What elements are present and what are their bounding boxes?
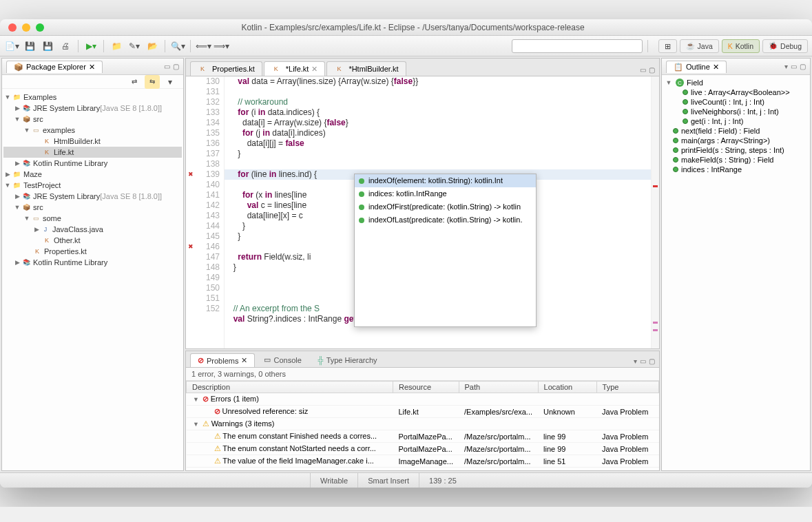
kotlin-runtime-library[interactable]: ▶📚Kotlin Runtime Library <box>3 257 182 268</box>
col-description[interactable]: Description <box>187 382 393 393</box>
view-menu-icon[interactable]: ▾ <box>634 357 637 365</box>
hierarchy-icon: ╬ <box>318 356 324 364</box>
error-marker-icon[interactable]: ✖ <box>186 169 196 180</box>
package-explorer-tab[interactable]: 📦 Package Explorer ✕ <box>6 61 103 73</box>
save-all-button[interactable]: 💾 <box>40 39 55 53</box>
perspective-java[interactable]: ☕Java <box>680 39 719 53</box>
outline-member[interactable]: get(i : Int, j : Int) <box>665 116 807 126</box>
outline-member[interactable]: indices : IntRange <box>665 165 807 174</box>
back-button[interactable]: ⟸▾ <box>196 39 211 53</box>
outline-member[interactable]: makeField(s : String) : Field <box>665 155 807 165</box>
run-button[interactable]: ▶▾ <box>83 39 98 53</box>
completion-item[interactable]: indexOfLast(predicate: (kotlin.String) -… <box>355 213 536 227</box>
outline-class[interactable]: ▼CField <box>665 78 807 87</box>
file-htmlbuilder[interactable]: KHtmlBuilder.kt <box>3 136 182 147</box>
file-properties[interactable]: KProperties.kt <box>3 246 182 257</box>
collapse-all-icon[interactable]: ⇄ <box>127 75 142 89</box>
status-insert: Smart Insert <box>357 473 419 488</box>
forward-button[interactable]: ⟹▾ <box>214 39 229 53</box>
package-explorer-tree[interactable]: ▼📁Examples ▶📚JRE System Library [Java SE… <box>2 89 183 470</box>
kotlin-runtime-library[interactable]: ▶📚Kotlin Runtime Library <box>3 158 182 169</box>
outline-tab[interactable]: 📋 Outline ✕ <box>666 61 727 73</box>
close-icon[interactable]: ✕ <box>311 65 317 74</box>
view-menu-icon[interactable]: ▾ <box>784 63 788 70</box>
maximize-icon[interactable]: ▢ <box>173 63 179 70</box>
col-location[interactable]: Location <box>538 382 596 393</box>
jre-library[interactable]: ▶📚JRE System Library [Java SE 8 [1.8.0]] <box>3 191 182 202</box>
problems-group-warnings[interactable]: ▼ ⚠ Warnings (3 items) <box>187 418 659 430</box>
open-type-button[interactable]: 📂 <box>145 39 160 53</box>
jre-library[interactable]: ▶📚JRE System Library [Java SE 8 [1.8.0]] <box>3 103 182 114</box>
project-examples[interactable]: ▼📁Examples <box>3 92 182 103</box>
editor-tabs: KProperties.kt K*Life.kt✕ K*HtmlBuilder.… <box>186 59 659 76</box>
minimize-icon[interactable]: ▭ <box>640 357 646 365</box>
minimize-icon[interactable]: ▭ <box>164 63 170 70</box>
outline-member[interactable]: liveCount(i : Int, j : Int) <box>665 97 807 107</box>
editor-tab-properties[interactable]: KProperties.kt <box>190 61 262 76</box>
new-button[interactable]: 📄▾ <box>4 39 19 53</box>
problems-group-errors[interactable]: ▼ ⊘ Errors (1 item) <box>187 393 659 406</box>
outline-member[interactable]: live : Array<Array<Boolean>> <box>665 87 807 97</box>
new-class-button[interactable]: ✎▾ <box>127 39 142 53</box>
minimize-icon[interactable]: ▭ <box>791 63 797 70</box>
outline-member[interactable]: printField(s : String, steps : Int) <box>665 145 807 155</box>
package-some[interactable]: ▼▭some <box>3 213 182 224</box>
new-package-button[interactable]: 📁 <box>109 39 124 53</box>
col-type[interactable]: Type <box>596 382 658 393</box>
completion-item[interactable]: indices: kotlin.IntRange <box>355 187 536 200</box>
outline-member[interactable]: main(args : Array<String>) <box>665 136 807 145</box>
link-editor-icon[interactable]: ⇆ <box>145 75 160 89</box>
perspective-kotlin[interactable]: KKotlin <box>722 39 760 53</box>
problem-row[interactable]: ⚠ The enum constant NotStarted needs a c… <box>187 443 659 455</box>
property-icon <box>359 191 364 197</box>
col-path[interactable]: Path <box>459 382 538 393</box>
open-perspective-button[interactable]: ⊞ <box>658 39 677 53</box>
overview-mark[interactable] <box>653 322 658 324</box>
src-folder[interactable]: ▼📦src <box>3 202 182 213</box>
package-examples[interactable]: ▼▭examples <box>3 125 182 136</box>
editor-tab-htmlbuilder[interactable]: K*HtmlBuilder.kt <box>326 61 406 76</box>
console-tab[interactable]: ▭Console <box>256 353 309 367</box>
outline-member[interactable]: liveNeighbors(i : Int, j : Int) <box>665 107 807 116</box>
problem-row[interactable]: ⚠ The value of the field ImageManager.ca… <box>187 455 659 468</box>
error-icon: ⊘ <box>198 356 204 365</box>
code-completion-popup[interactable]: indexOf(element: kotlin.String): kotlin.… <box>354 174 537 327</box>
problems-tab[interactable]: ⊘Problems ✕ <box>190 353 255 367</box>
file-life[interactable]: KLife.kt <box>3 147 182 158</box>
view-menu-icon[interactable]: ▾ <box>163 75 178 89</box>
problem-row[interactable]: ⊘ Unresolved reference: sizLife.kt/Examp… <box>187 406 659 418</box>
project-maze[interactable]: ▶📁Maze <box>3 169 182 180</box>
completion-item[interactable]: indexOfFirst(predicate: (kotlin.String) … <box>355 200 536 213</box>
close-window-button[interactable] <box>8 23 17 32</box>
search-button[interactable]: 🔍▾ <box>170 39 185 53</box>
overview-mark[interactable] <box>653 329 658 331</box>
overview-error-mark[interactable] <box>653 185 658 187</box>
src-folder[interactable]: ▼📦src <box>3 114 182 125</box>
zoom-window-button[interactable] <box>36 23 44 32</box>
perspective-debug[interactable]: 🐞Debug <box>762 39 808 53</box>
outline-tree[interactable]: ▼CField live : Array<Array<Boolean>> liv… <box>662 75 810 470</box>
problems-table[interactable]: Description Resource Path Location Type … <box>186 381 659 470</box>
minimize-window-button[interactable] <box>22 23 30 32</box>
print-button[interactable]: 🖨 <box>58 39 73 53</box>
maximize-icon[interactable]: ▢ <box>800 63 806 70</box>
editor-area: KProperties.kt K*Life.kt✕ K*HtmlBuilder.… <box>185 58 660 349</box>
error-marker-icon[interactable]: ✖ <box>186 242 196 252</box>
quick-access-input[interactable] <box>512 39 643 53</box>
overview-ruler[interactable] <box>651 76 659 348</box>
annotation-ruler: ✖ ✖ <box>186 76 196 348</box>
outline-member[interactable]: next(field : Field) : Field <box>665 126 807 136</box>
editor-tab-life[interactable]: K*Life.kt✕ <box>264 61 326 76</box>
code-editor[interactable]: ✖ ✖ 130131132133134135136137138139140141… <box>186 76 659 348</box>
file-javaclass[interactable]: ▶JJavaClass.java <box>3 224 182 235</box>
col-resource[interactable]: Resource <box>393 382 459 393</box>
type-hierarchy-tab[interactable]: ╬Type Hierarchy <box>311 353 385 367</box>
minimize-icon[interactable]: ▭ <box>640 66 646 74</box>
completion-item[interactable]: indexOf(element: kotlin.String): kotlin.… <box>355 174 536 187</box>
maximize-icon[interactable]: ▢ <box>649 66 655 74</box>
maximize-icon[interactable]: ▢ <box>649 357 655 365</box>
project-testproject[interactable]: ▼📁TestProject <box>3 180 182 191</box>
file-other[interactable]: KOther.kt <box>3 235 182 246</box>
problem-row[interactable]: ⚠ The enum constant Finished needs a cor… <box>187 430 659 443</box>
save-button[interactable]: 💾 <box>22 39 37 53</box>
